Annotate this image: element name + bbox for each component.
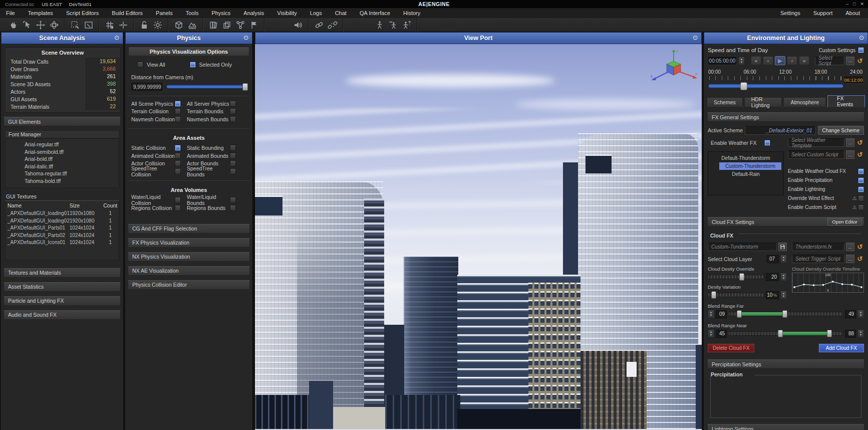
distance-slider-handle[interactable] bbox=[242, 83, 248, 91]
water-bounds-checkbox[interactable] bbox=[230, 197, 236, 203]
density-variation-slider[interactable] bbox=[708, 293, 764, 297]
density-override-handle[interactable] bbox=[739, 273, 744, 281]
section-nx-physics-vis[interactable]: NX Physics Visualization bbox=[128, 252, 250, 262]
speedtree-collision-checkbox[interactable] bbox=[175, 168, 181, 174]
table-row[interactable]: _APXDefaultGUI_loading011920x10801 bbox=[6, 210, 119, 218]
density-variation-value[interactable]: 10% bbox=[766, 291, 779, 299]
table-row[interactable]: _APXDefaultGUI_Parts021024x10241 bbox=[6, 232, 119, 240]
timecode-spinner[interactable]: ▲▼ bbox=[738, 57, 745, 65]
step-forward-button[interactable]: › bbox=[787, 56, 797, 65]
blend-near-high-handle[interactable] bbox=[827, 330, 832, 337]
all-server-physics-checkbox[interactable] bbox=[230, 101, 236, 107]
list-item[interactable]: Arial-semibold.tff bbox=[6, 148, 119, 156]
unlink-button[interactable] bbox=[326, 19, 339, 31]
section-precipitation-settings[interactable]: Percipitation Settings bbox=[707, 359, 864, 369]
section-nx-ae-vis[interactable]: NX AE Visualization bbox=[128, 266, 250, 276]
walk-button[interactable] bbox=[373, 19, 386, 31]
light-button[interactable] bbox=[151, 19, 164, 31]
distance-slider[interactable] bbox=[166, 85, 247, 89]
enable-custom-script-checkbox[interactable] bbox=[858, 204, 864, 210]
save-cloud-fx-button[interactable] bbox=[778, 243, 787, 251]
menu-support[interactable]: Support bbox=[813, 10, 833, 16]
select-script-field[interactable]: Select Script bbox=[815, 57, 844, 65]
gui-textures-label[interactable]: GUI Textures bbox=[5, 193, 119, 201]
section-cloud-fx-settings[interactable]: Cloud FX Settings Open Editor bbox=[707, 217, 864, 227]
package-button[interactable] bbox=[172, 19, 185, 31]
menu-visibility[interactable]: Visibility bbox=[277, 10, 297, 16]
enable-precipitation-checkbox[interactable] bbox=[858, 177, 864, 183]
enable-weather-cloud-fx-checkbox[interactable] bbox=[858, 168, 864, 174]
cloud-fx-file-field[interactable]: Thunderstorm.fx bbox=[792, 243, 844, 251]
pan-tool-button[interactable] bbox=[7, 19, 20, 31]
step-back-button[interactable]: ‹ bbox=[763, 56, 773, 65]
undo-custom-script-icon[interactable]: ↺ bbox=[856, 150, 864, 159]
blend-near-high-value[interactable]: 88 bbox=[845, 330, 856, 338]
change-scheme-button[interactable]: Change Scheme bbox=[818, 126, 864, 135]
terrain-bounds-checkbox[interactable] bbox=[230, 108, 236, 114]
timecode-field[interactable]: 00:05:00:00 bbox=[708, 56, 737, 65]
menu-qa-interface[interactable]: QA Interface bbox=[360, 10, 390, 16]
table-row[interactable]: _APXDefaultGUI_Parts011024x10241 bbox=[6, 225, 119, 232]
list-item[interactable]: Arial-bold.tff bbox=[6, 155, 119, 163]
menu-history[interactable]: History bbox=[403, 10, 420, 16]
selected-only-checkbox[interactable] bbox=[190, 62, 196, 68]
blend-far-low-value[interactable]: 09 bbox=[716, 310, 727, 318]
select-tool-button[interactable] bbox=[20, 19, 34, 31]
all-scene-physics-checkbox[interactable] bbox=[175, 101, 181, 107]
move-tool-button[interactable] bbox=[34, 19, 47, 31]
density-override-spinner[interactable]: ▲▼ bbox=[780, 273, 787, 281]
maximize-button[interactable]: □ bbox=[853, 2, 855, 7]
screen-region-button[interactable] bbox=[82, 19, 95, 31]
blend-far-high-handle[interactable] bbox=[782, 310, 787, 318]
flag-button[interactable] bbox=[247, 19, 260, 31]
blend-far-high-value[interactable]: 49 bbox=[845, 310, 856, 318]
environment-gear-icon[interactable]: ⚙ bbox=[858, 34, 864, 42]
section-cg-cff-flags[interactable]: CG And CFF Flag Selection bbox=[128, 224, 250, 234]
unlock-button[interactable] bbox=[137, 19, 151, 31]
audio-button[interactable] bbox=[291, 19, 305, 31]
table-row[interactable]: _APXDefaultGUI_Icons011024x10241 bbox=[6, 239, 119, 247]
list-item[interactable]: Tahoma-bold.tff bbox=[6, 177, 119, 185]
weather-template-field[interactable]: Select Weather Template bbox=[788, 138, 844, 147]
density-override-value[interactable]: 20 bbox=[766, 273, 779, 281]
actor-collision-checkbox[interactable] bbox=[175, 160, 181, 166]
section-fx-general[interactable]: FX General Settings bbox=[707, 112, 864, 122]
blend-far-slider[interactable] bbox=[728, 312, 843, 316]
section-textures-and-materials[interactable]: Textures and Materials bbox=[4, 268, 121, 278]
play-button[interactable]: ▶ bbox=[775, 56, 785, 65]
menu-physics[interactable]: Physics bbox=[211, 10, 230, 16]
enable-lightning-checkbox[interactable] bbox=[858, 186, 864, 192]
animated-collision-checkbox[interactable] bbox=[175, 153, 181, 159]
override-wind-effect-checkbox[interactable] bbox=[858, 195, 864, 201]
density-timeline-graph[interactable]: 100 0 bbox=[792, 273, 864, 293]
fast-forward-button[interactable]: » bbox=[799, 56, 809, 65]
add-cloud-fx-button[interactable]: Add Cloud FX bbox=[819, 344, 864, 352]
list-item[interactable]: Arial-regular.tff bbox=[6, 141, 119, 148]
list-item[interactable]: Default-Thunderstorm bbox=[710, 154, 781, 162]
tab-schemes[interactable]: Schemes bbox=[707, 97, 743, 107]
section-lightning-settings[interactable]: Lightning Settings bbox=[707, 424, 864, 430]
blend-near-high-spinner[interactable]: ▲▼ bbox=[857, 329, 864, 338]
menu-templates[interactable]: Templates bbox=[28, 10, 53, 16]
cloud-layer-spinner[interactable]: ▲▼ bbox=[780, 255, 787, 263]
menu-script-editors[interactable]: Script Editors bbox=[66, 10, 99, 16]
list-item[interactable]: Tahoma-regular.tff bbox=[6, 170, 119, 177]
custom-settings-checkbox[interactable] bbox=[858, 47, 864, 53]
tab-fx-events[interactable]: FX Events bbox=[827, 95, 865, 107]
list-item-selected[interactable]: Custom-Thunderstorm bbox=[719, 162, 781, 170]
menu-logs[interactable]: Logs bbox=[310, 10, 322, 16]
browse-cloud-fx-button[interactable]: … bbox=[846, 243, 854, 251]
menu-panels[interactable]: Panels bbox=[156, 10, 173, 16]
enable-weather-checkbox[interactable] bbox=[764, 140, 770, 146]
regions-bounds-checkbox[interactable] bbox=[230, 205, 236, 211]
undo-script-icon[interactable]: ↺ bbox=[856, 57, 864, 65]
section-physics-collision-editor[interactable]: Physics Collision Editor bbox=[128, 280, 250, 290]
link-button[interactable] bbox=[312, 19, 326, 31]
static-bounding-checkbox[interactable] bbox=[230, 145, 236, 151]
close-button[interactable]: ✕ bbox=[860, 2, 864, 7]
axis-gizmo[interactable]: z y x bbox=[649, 48, 699, 85]
blend-near-low-spinner[interactable]: ▲▼ bbox=[708, 329, 714, 338]
time-of-day-handle[interactable] bbox=[740, 82, 747, 90]
actor-bounds-checkbox[interactable] bbox=[230, 160, 236, 166]
minimize-button[interactable]: – bbox=[846, 2, 848, 7]
